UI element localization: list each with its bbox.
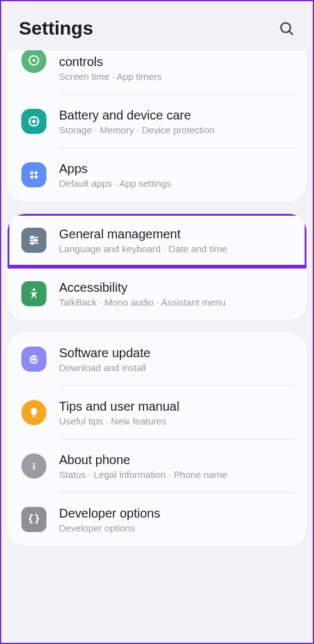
info-icon [21, 453, 46, 479]
settings-item-apps[interactable]: Apps Default apps · App settings [8, 148, 306, 201]
sliders-icon [21, 228, 46, 253]
update-icon [21, 347, 46, 372]
item-subtitle: Language and keyboard · Date and time [59, 243, 295, 254]
braces-icon [21, 507, 46, 532]
item-subtitle: Download and install [59, 362, 295, 373]
settings-item-general-management[interactable]: General management Language and keyboard… [8, 214, 306, 267]
svg-point-15 [33, 289, 35, 291]
settings-item-accessibility[interactable]: Accessibility TalkBack · Mono audio · As… [8, 267, 306, 320]
item-subtitle: Storage · Memory · Device protection [59, 125, 295, 135]
svg-point-12 [35, 239, 37, 242]
svg-point-8 [35, 175, 38, 179]
item-subtitle: Default apps · App settings [59, 178, 295, 189]
lightbulb-icon [21, 400, 46, 425]
settings-item-about-phone[interactable]: About phone Status · Legal information ·… [8, 440, 306, 492]
item-title: Battery and device care [59, 108, 295, 123]
item-subtitle: Screen time · App timers [59, 71, 295, 82]
search-icon [278, 20, 295, 36]
accessibility-icon [21, 281, 46, 306]
item-subtitle: Useful tips · New features [59, 416, 295, 426]
item-title: controls [59, 54, 295, 70]
svg-point-10 [31, 236, 33, 239]
svg-rect-17 [33, 465, 35, 470]
apps-icon [21, 162, 46, 187]
item-subtitle: Developer options [59, 523, 295, 533]
settings-item-controls[interactable]: controls Screen time · App timers [8, 50, 306, 94]
svg-point-6 [35, 171, 38, 174]
battery-care-icon [21, 109, 46, 134]
search-button[interactable] [278, 19, 295, 37]
item-title: Accessibility [59, 280, 295, 296]
svg-point-0 [281, 23, 290, 32]
svg-point-4 [33, 120, 35, 123]
settings-group-2: General management Language and keyboard… [8, 214, 306, 320]
svg-point-16 [33, 463, 35, 465]
item-title: General management [59, 226, 295, 242]
settings-item-software-update[interactable]: Software update Download and install [8, 333, 306, 386]
item-title: Software update [59, 345, 295, 361]
item-title: Developer options [59, 506, 295, 521]
item-title: About phone [59, 452, 295, 468]
wellbeing-icon [21, 50, 46, 73]
page-title: Settings [19, 18, 93, 39]
settings-group-3: Software update Download and install Tip… [8, 333, 306, 546]
settings-item-developer-options[interactable]: Developer options Developer options [8, 493, 306, 546]
item-subtitle: Status · Legal information · Phone name [59, 469, 295, 480]
item-title: Apps [59, 161, 295, 177]
settings-group-1: controls Screen time · App timers Batter… [8, 50, 306, 201]
settings-item-battery[interactable]: Battery and device care Storage · Memory… [8, 95, 306, 148]
svg-point-7 [30, 175, 33, 179]
svg-point-5 [30, 171, 33, 174]
app-header: Settings [1, 1, 313, 50]
svg-line-1 [290, 31, 293, 35]
item-title: Tips and user manual [59, 399, 295, 414]
settings-item-tips[interactable]: Tips and user manual Useful tips · New f… [8, 386, 306, 439]
svg-point-14 [31, 242, 33, 245]
item-subtitle: TalkBack · Mono audio · Assistant menu [59, 297, 295, 308]
